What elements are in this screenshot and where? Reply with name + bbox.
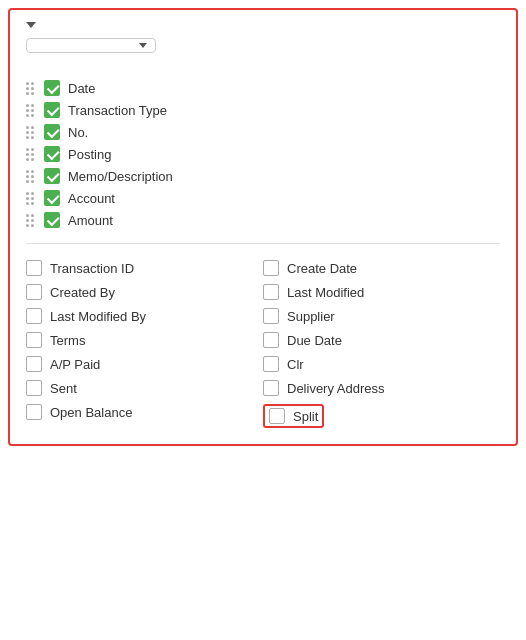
unchecked-column-item: Sent [26, 376, 263, 400]
column-checkbox[interactable] [44, 168, 60, 184]
unchecked-column-item: Due Date [263, 328, 500, 352]
column-checkbox[interactable] [44, 80, 60, 96]
group-by-dropdown[interactable] [26, 38, 156, 53]
checked-columns-list: DateTransaction TypeNo.PostingMemo/Descr… [26, 77, 500, 231]
column-checkbox[interactable] [263, 260, 279, 276]
column-label: Created By [50, 285, 115, 300]
column-label: Account [68, 191, 115, 206]
drag-handle-icon[interactable] [26, 170, 36, 183]
group-by-dropdown-wrapper [26, 38, 500, 53]
column-label: No. [68, 125, 88, 140]
column-checkbox[interactable] [26, 332, 42, 348]
unchecked-column-item: Delivery Address [263, 376, 500, 400]
column-checkbox[interactable] [26, 380, 42, 396]
column-label: Memo/Description [68, 169, 173, 184]
column-label: A/P Paid [50, 357, 100, 372]
unchecked-column-item: Supplier [263, 304, 500, 328]
rows-columns-panel: DateTransaction TypeNo.PostingMemo/Descr… [8, 8, 518, 446]
checked-column-item: Date [26, 77, 500, 99]
column-label: Last Modified By [50, 309, 146, 324]
checked-column-item: Memo/Description [26, 165, 500, 187]
column-label: Amount [68, 213, 113, 228]
checked-column-item: Amount [26, 209, 500, 231]
column-checkbox[interactable] [263, 308, 279, 324]
checked-column-item: No. [26, 121, 500, 143]
drag-handle-icon[interactable] [26, 104, 36, 117]
column-label: Split [293, 409, 318, 424]
column-checkbox[interactable] [26, 284, 42, 300]
column-checkbox[interactable] [44, 102, 60, 118]
split-highlight-box: Split [263, 404, 324, 428]
column-checkbox[interactable] [269, 408, 285, 424]
column-label: Clr [287, 357, 304, 372]
column-checkbox[interactable] [263, 356, 279, 372]
unchecked-column-item: Last Modified By [26, 304, 263, 328]
drag-handle-icon[interactable] [26, 82, 36, 95]
column-checkbox[interactable] [44, 124, 60, 140]
unchecked-column-item: Open Balance [26, 400, 263, 424]
column-checkbox[interactable] [44, 190, 60, 206]
unchecked-column-item: Split [263, 400, 500, 432]
column-checkbox[interactable] [44, 146, 60, 162]
column-checkbox[interactable] [263, 284, 279, 300]
column-label: Due Date [287, 333, 342, 348]
divider [26, 243, 500, 244]
drag-handle-icon[interactable] [26, 148, 36, 161]
unchecked-column-item: Created By [26, 280, 263, 304]
unchecked-right-column: Create DateLast ModifiedSupplierDue Date… [263, 256, 500, 432]
unchecked-column-item: Terms [26, 328, 263, 352]
unchecked-columns-grid: Transaction IDCreated ByLast Modified By… [26, 256, 500, 432]
unchecked-column-item: A/P Paid [26, 352, 263, 376]
column-checkbox[interactable] [26, 260, 42, 276]
column-label: Open Balance [50, 405, 132, 420]
column-label: Date [68, 81, 95, 96]
column-checkbox[interactable] [44, 212, 60, 228]
chevron-down-icon [26, 22, 36, 28]
column-label: Transaction Type [68, 103, 167, 118]
checked-column-item: Transaction Type [26, 99, 500, 121]
column-label: Last Modified [287, 285, 364, 300]
section-header [26, 22, 500, 28]
unchecked-left-column: Transaction IDCreated ByLast Modified By… [26, 256, 263, 432]
drag-handle-icon[interactable] [26, 214, 36, 227]
drag-handle-icon[interactable] [26, 192, 36, 205]
unchecked-column-item: Create Date [263, 256, 500, 280]
column-label: Supplier [287, 309, 335, 324]
checked-column-item: Account [26, 187, 500, 209]
column-label: Posting [68, 147, 111, 162]
column-checkbox[interactable] [26, 404, 42, 420]
dropdown-arrow-icon [139, 43, 147, 48]
column-label: Create Date [287, 261, 357, 276]
column-label: Sent [50, 381, 77, 396]
unchecked-column-item: Transaction ID [26, 256, 263, 280]
column-label: Terms [50, 333, 85, 348]
drag-handle-icon[interactable] [26, 126, 36, 139]
column-checkbox[interactable] [263, 332, 279, 348]
checked-column-item: Posting [26, 143, 500, 165]
column-label: Transaction ID [50, 261, 134, 276]
column-checkbox[interactable] [26, 356, 42, 372]
unchecked-column-item: Clr [263, 352, 500, 376]
column-checkbox[interactable] [263, 380, 279, 396]
unchecked-column-item: Last Modified [263, 280, 500, 304]
column-checkbox[interactable] [26, 308, 42, 324]
column-label: Delivery Address [287, 381, 385, 396]
